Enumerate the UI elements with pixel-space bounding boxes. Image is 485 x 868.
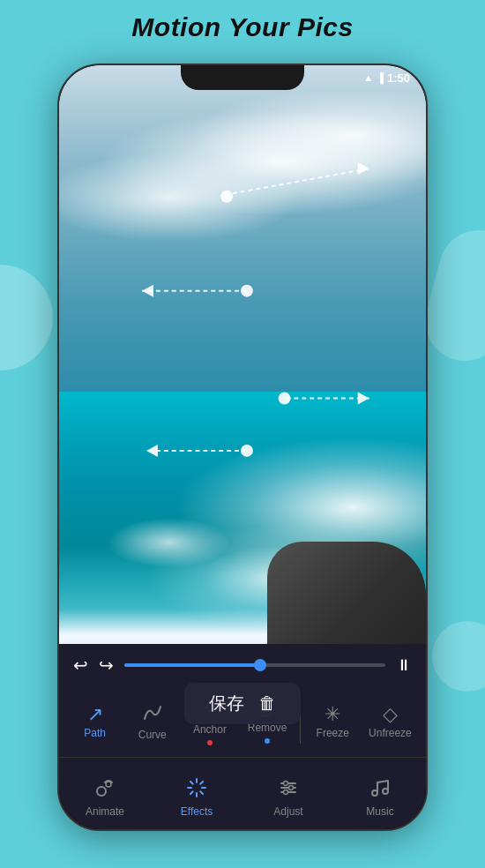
nav-music[interactable]: Music [334, 770, 426, 818]
phone-screen: ▲ ▐ 1:50 [59, 65, 426, 829]
effects-icon [186, 777, 207, 802]
adjust-label: Adjust [273, 805, 302, 818]
svg-point-35 [383, 789, 388, 794]
anchor-dot [207, 740, 213, 745]
path-label: Path [84, 728, 106, 738]
nav-effects[interactable]: Effects [151, 770, 242, 818]
freeze-label: Freeze [317, 728, 349, 738]
bg-decoration-bottom [432, 621, 485, 692]
anchor-label: Anchor [193, 724, 227, 735]
unfreeze-label: Unfreeze [369, 728, 412, 738]
effects-label: Effects [181, 805, 213, 818]
save-label[interactable]: 保存 [209, 692, 244, 715]
svg-point-32 [289, 785, 294, 789]
svg-line-27 [190, 791, 193, 794]
rocks-layer [267, 542, 426, 647]
freeze-button[interactable]: ✳ Freeze [304, 705, 362, 738]
page-title: Motion Your Pics [0, 0, 485, 51]
svg-line-25 [200, 791, 203, 794]
battery-icon: ▐ [377, 72, 384, 83]
photo-area[interactable] [59, 65, 426, 647]
svg-point-31 [284, 781, 288, 785]
notch [181, 65, 304, 90]
music-icon [369, 777, 391, 802]
remove-dot [265, 738, 270, 744]
undo-button[interactable]: ↩ [73, 655, 88, 676]
status-time: 1:50 [387, 71, 410, 85]
path-icon: ↗ [87, 705, 103, 724]
playback-bar: ↩ ↪ ⏸ [59, 644, 426, 686]
path-button[interactable]: ↗ Path [66, 705, 123, 738]
progress-fill [124, 663, 260, 667]
pause-button[interactable]: ⏸ [396, 656, 412, 675]
bottom-nav: Animate [59, 757, 426, 829]
nav-adjust[interactable]: Adjust [242, 770, 334, 818]
animate-icon [94, 777, 116, 802]
nav-animate[interactable]: Animate [59, 770, 151, 818]
phone-shell: ▲ ▐ 1:50 [57, 64, 428, 831]
clouds-layer [59, 92, 426, 268]
save-tooltip: 保存 🗑 [184, 683, 301, 724]
adjust-icon [278, 777, 299, 802]
music-label: Music [366, 805, 393, 818]
unfreeze-icon: ◇ [383, 705, 398, 724]
curve-button[interactable]: Curve [123, 703, 181, 740]
svg-line-26 [200, 781, 203, 783]
curve-label: Curve [138, 730, 167, 740]
wifi-icon: ▲ [363, 72, 373, 83]
svg-line-24 [190, 781, 193, 783]
svg-point-34 [372, 790, 377, 796]
svg-point-19 [106, 782, 111, 787]
redo-button[interactable]: ↪ [99, 655, 114, 676]
svg-point-33 [284, 789, 288, 794]
animate-label: Animate [86, 805, 124, 818]
status-icons: ▲ ▐ 1:50 [363, 71, 410, 85]
unfreeze-button[interactable]: ◇ Unfreeze [362, 705, 419, 738]
svg-point-18 [97, 787, 106, 796]
toolbar-area: ↩ ↪ ⏸ 保存 🗑 ↗ Path [59, 644, 426, 829]
delete-icon[interactable]: 🗑 [258, 693, 276, 714]
bg-decoration-left [0, 265, 53, 370]
curve-icon [143, 703, 162, 726]
progress-thumb[interactable] [254, 659, 266, 671]
progress-bar[interactable] [124, 663, 385, 667]
freeze-icon: ✳ [325, 705, 340, 724]
